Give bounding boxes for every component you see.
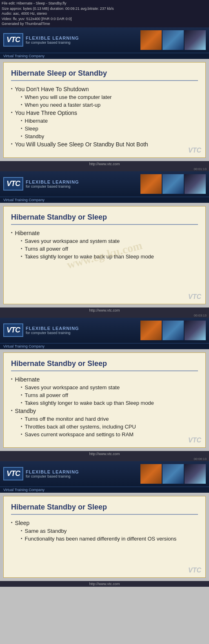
bullet-2-1: Hibernate bbox=[11, 230, 198, 236]
slide-1: Hibernate Sleep or Standby You Don't Hav… bbox=[3, 62, 206, 158]
header-image-2 bbox=[162, 30, 184, 50]
url-bar-bottom: http://www.vtc.com bbox=[0, 581, 209, 587]
vtc-logo-2: VTC bbox=[3, 177, 23, 191]
vtc-header-images bbox=[140, 30, 206, 50]
vtc-text-2: FLEXIBLE LEARNING for computer based tra… bbox=[26, 180, 79, 188]
vtc-header-images-2 bbox=[140, 174, 206, 194]
bullet-1-3: When you need a faster start-up bbox=[11, 102, 198, 108]
slide-2-title: Hibernate Standby or Sleep bbox=[11, 213, 198, 225]
bullet-1-5: Hibernate bbox=[11, 118, 198, 124]
section-1: VTC FLEXIBLE LEARNING for computer based… bbox=[0, 27, 209, 158]
vtc-logo: VTC bbox=[3, 33, 23, 47]
title-line4: Video: flv, yuv: 512x400 [PAR 0:0 DAR 0:… bbox=[2, 16, 207, 22]
header-image-4-2 bbox=[162, 464, 184, 484]
flexible-learning-text-2: FLEXIBLE LEARNING bbox=[26, 180, 79, 184]
header-image-2-3 bbox=[185, 174, 206, 194]
header-image-3-1 bbox=[140, 321, 162, 340]
vtc-footer-1: Virtual Training Company bbox=[0, 53, 209, 59]
url-bar-4: http://www.vtc.com bbox=[0, 451, 209, 457]
slide-num-3: 00:03:13 bbox=[0, 313, 209, 318]
title-line3: Audio: aac, 4000 Hz, stereo bbox=[2, 11, 207, 16]
bullet-4-3: Functionality has been named differently… bbox=[11, 536, 198, 542]
flexible-learning-text-3: FLEXIBLE LEARNING bbox=[26, 326, 79, 331]
title-line2: Size approx: bytes (0.13 MB) duration: 0… bbox=[2, 6, 207, 11]
bullet-3-1: Hibernate bbox=[11, 376, 198, 383]
slide-4-bullets: Sleep Same as Standby Functionality has … bbox=[11, 520, 198, 542]
section-3: http://www.vtc.com 00:03:13 VTC FLEXIBLE… bbox=[0, 307, 209, 448]
for-cbt-text-4: for computer based training bbox=[26, 474, 79, 478]
slide-1-bullets: You Don't Have To Shutdown When you will… bbox=[11, 86, 198, 148]
for-cbt-text-3: for computer based training bbox=[26, 331, 79, 335]
flexible-learning-text: FLEXIBLE LEARNING bbox=[26, 36, 79, 40]
vtc-header-1: VTC FLEXIBLE LEARNING for computer based… bbox=[0, 27, 209, 53]
header-image-1 bbox=[140, 30, 162, 50]
slide-3: Hibernate Standby or Sleep Hibernate Sav… bbox=[3, 352, 206, 448]
slide-3-title: Hibernate Standby or Sleep bbox=[11, 359, 198, 371]
bullet-3-4: Takes slightly longer to wake back up th… bbox=[11, 400, 198, 406]
bullet-3-6: Turns off the monitor and hard drive bbox=[11, 416, 198, 422]
bullet-1-7: Standby bbox=[11, 133, 198, 139]
slide-num-4: 00:06:13 bbox=[0, 457, 209, 461]
section-4: http://www.vtc.com 00:06:13 VTC FLEXIBLE… bbox=[0, 451, 209, 587]
slide-3-bullets: Hibernate Saves your workspace and syste… bbox=[11, 376, 198, 438]
slide-4: Hibernate Standby or Sleep Sleep Same as… bbox=[3, 496, 206, 578]
bullet-2-4: Takes slightly longer to wake back up th… bbox=[11, 254, 198, 260]
title-line5: Generated by ThumbnailTime bbox=[2, 21, 207, 27]
vtc-header-images-3 bbox=[140, 321, 206, 340]
vtc-watermark-1: VTC bbox=[188, 147, 201, 154]
vtc-header-4: VTC FLEXIBLE LEARNING for computer based… bbox=[0, 461, 209, 487]
bullet-4-2: Same as Standby bbox=[11, 528, 198, 534]
header-image-3 bbox=[185, 30, 206, 50]
bullet-1-2: When you will use the computer later bbox=[11, 94, 198, 100]
bullet-3-3: Turns all power off bbox=[11, 392, 198, 398]
for-cbt-text-2: for computer based training bbox=[26, 184, 79, 188]
vtc-header-3: VTC FLEXIBLE LEARNING for computer based… bbox=[0, 318, 209, 343]
flexible-learning-text-4: FLEXIBLE LEARNING bbox=[26, 469, 79, 474]
vtc-logo-area-2: VTC FLEXIBLE LEARNING for computer based… bbox=[3, 177, 79, 191]
vtc-logo-area: VTC FLEXIBLE LEARNING for computer based… bbox=[3, 33, 79, 47]
url-bar-2: http://www.vtc.com bbox=[0, 161, 209, 167]
vtc-footer-4: Virtual Training Company bbox=[0, 487, 209, 493]
bullet-2-2: Saves your workspace and system state bbox=[11, 238, 198, 244]
bullet-3-2: Saves your workspace and system state bbox=[11, 384, 198, 390]
vtc-header-2: VTC FLEXIBLE LEARNING for computer based… bbox=[0, 171, 209, 197]
bullet-2-3: Turns all power off bbox=[11, 246, 198, 252]
vtc-watermark-4: VTC bbox=[188, 567, 201, 574]
url-bar-3: http://www.vtc.com bbox=[0, 307, 209, 313]
bullet-4-1: Sleep bbox=[11, 520, 198, 526]
bullet-1-6: Sleep bbox=[11, 126, 198, 132]
slide-num-2: 00:01:13 bbox=[0, 167, 209, 171]
vtc-watermark-2: VTC bbox=[188, 293, 201, 301]
bullet-3-8: Saves current workspace and settings to … bbox=[11, 431, 198, 438]
vtc-footer-3: Virtual Training Company bbox=[0, 343, 209, 349]
vtc-header-images-4 bbox=[140, 464, 206, 484]
bullet-1-4: You Have Three Options bbox=[11, 110, 198, 116]
header-image-2-2 bbox=[162, 174, 184, 194]
vtc-logo-area-3: VTC FLEXIBLE LEARNING for computer based… bbox=[3, 323, 79, 337]
header-image-2-1 bbox=[140, 174, 162, 194]
title-line1: File edit: Hibernate - Sleep - Standby.f… bbox=[2, 1, 207, 6]
slide-2: www.cg-ku.com Hibernate Standby or Sleep… bbox=[3, 206, 206, 304]
bullet-3-5: Standby bbox=[11, 408, 198, 414]
header-image-3-2 bbox=[162, 321, 184, 340]
vtc-footer-2: Virtual Training Company bbox=[0, 197, 209, 203]
bullet-3-7: Throttles back all other systems, includ… bbox=[11, 424, 198, 430]
header-image-3-3 bbox=[185, 321, 206, 340]
vtc-watermark-3: VTC bbox=[188, 437, 201, 444]
vtc-logo-3: VTC bbox=[3, 323, 23, 337]
slide-2-bullets: Hibernate Saves your workspace and syste… bbox=[11, 230, 198, 260]
vtc-text-4: FLEXIBLE LEARNING for computer based tra… bbox=[26, 469, 79, 478]
vtc-logo-area-4: VTC FLEXIBLE LEARNING for computer based… bbox=[3, 467, 79, 480]
vtc-text-3: FLEXIBLE LEARNING for computer based tra… bbox=[26, 326, 79, 335]
slide-1-title: Hibernate Sleep or Standby bbox=[11, 69, 198, 81]
vtc-logo-4: VTC bbox=[3, 467, 23, 480]
section-2: http://www.vtc.com 00:01:13 VTC FLEXIBLE… bbox=[0, 161, 209, 304]
bullet-1-8: You Will Usually See Sleep Or Standby Bu… bbox=[11, 141, 198, 148]
title-bar: File edit: Hibernate - Sleep - Standby.f… bbox=[0, 0, 209, 27]
header-image-4-1 bbox=[140, 464, 162, 484]
slide-4-title: Hibernate Standby or Sleep bbox=[11, 503, 198, 515]
bullet-1-1: You Don't Have To Shutdown bbox=[11, 86, 198, 92]
for-cbt-text: for computer based training bbox=[26, 40, 79, 45]
vtc-text: FLEXIBLE LEARNING for computer based tra… bbox=[26, 36, 79, 45]
header-image-4-3 bbox=[185, 464, 206, 484]
